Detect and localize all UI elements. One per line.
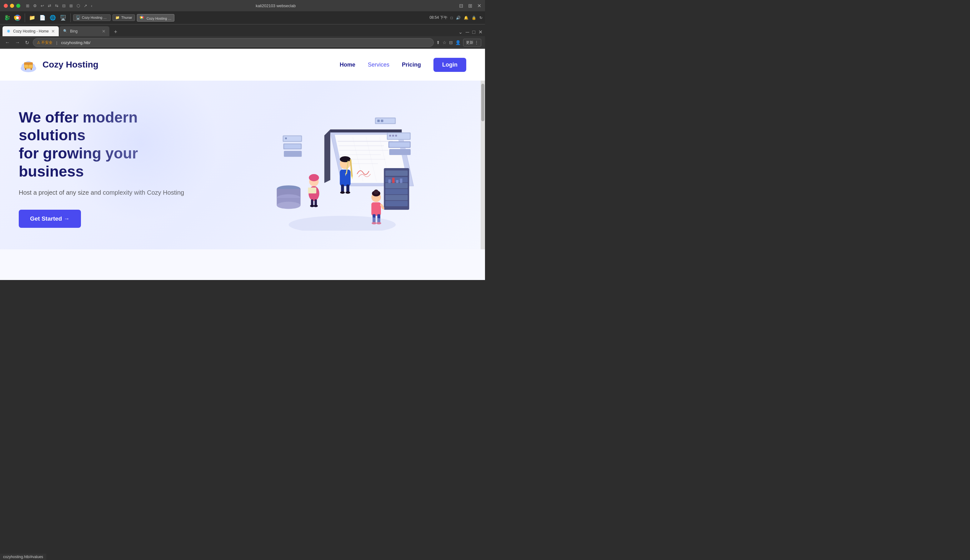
window-minimize-tab[interactable]: ─ xyxy=(466,29,469,35)
close-button[interactable] xyxy=(4,4,8,8)
window-restore-tab[interactable]: □ xyxy=(472,29,475,35)
taskbar-window-thunar[interactable]: 📁Thunar xyxy=(112,14,135,21)
svg-rect-58 xyxy=(396,180,398,183)
toolbar-icon-10[interactable]: ‹ xyxy=(91,3,92,8)
taskbar-update-icon[interactable]: ↻ xyxy=(479,16,482,20)
window-close-tab[interactable]: ✕ xyxy=(478,29,482,35)
svg-point-64 xyxy=(277,202,301,209)
forward-button[interactable]: → xyxy=(14,38,21,47)
reload-button[interactable]: ↻ xyxy=(24,38,30,47)
bookmark-icon[interactable]: ☆ xyxy=(442,40,447,45)
toolbar-icon-5[interactable]: ⇆ xyxy=(55,3,58,8)
svg-point-67 xyxy=(309,174,319,181)
tab-close-cozy[interactable]: ✕ xyxy=(51,29,55,34)
taskbar-notify-icon[interactable]: 🔔 xyxy=(464,16,468,20)
svg-rect-47 xyxy=(284,144,301,148)
brand-logo xyxy=(19,55,38,74)
nav-link-services[interactable]: Services xyxy=(368,62,389,68)
svg-point-80 xyxy=(340,191,345,194)
svg-rect-53 xyxy=(385,189,408,194)
maximize-button[interactable] xyxy=(16,4,20,8)
toolbar-icon-7[interactable]: ⊞ xyxy=(69,3,73,8)
tab-close-bing[interactable]: ✕ xyxy=(102,29,106,34)
url-separator: | xyxy=(56,40,57,45)
url-bar[interactable]: ⚠ 不安全 | cozyhosting.htb/ xyxy=(33,38,434,47)
toolbar-icon-2[interactable]: ⚙ xyxy=(33,3,37,8)
taskbar-app-network[interactable]: 🌐 xyxy=(48,13,58,22)
tab-cozy-hosting[interactable]: 🌐 Cozy Hosting - Home ✕ xyxy=(2,26,59,36)
svg-rect-38 xyxy=(392,135,394,137)
taskbar-window-browser[interactable]: Cozy Hosting - Home - ... xyxy=(137,14,174,22)
taskbar-apps: 🐉 xyxy=(2,13,22,22)
taskbar-app-dragon[interactable]: 🐉 xyxy=(2,13,12,22)
svg-rect-59 xyxy=(400,178,402,183)
taskbar-app-chrome[interactable] xyxy=(13,13,22,22)
taskbar-monitor-icon[interactable]: □ xyxy=(451,16,453,20)
tab-list-button[interactable]: ⌄ xyxy=(458,29,462,35)
svg-rect-34 xyxy=(381,120,383,122)
window-minimize-icon[interactable]: ⊟ xyxy=(459,3,463,9)
svg-rect-36 xyxy=(388,133,410,139)
window-maximize-icon[interactable]: ⊞ xyxy=(468,3,472,9)
hero-subtitle: Host a project of any size and complexit… xyxy=(19,188,206,197)
svg-point-2 xyxy=(16,17,19,19)
security-warning: ⚠ 不安全 xyxy=(37,40,52,45)
website-navbar: Cozy Hosting Home Services Pricing Login xyxy=(0,49,485,81)
svg-rect-41 xyxy=(389,142,410,147)
svg-rect-79 xyxy=(346,184,349,192)
toolbar-icon-3[interactable]: ↩ xyxy=(41,3,44,8)
hero-content: We offer modern solutions for growing yo… xyxy=(19,108,206,228)
toolbar-icon-9[interactable]: ↗ xyxy=(84,3,87,8)
menu-dots-icon[interactable]: ⋮ xyxy=(475,40,478,45)
url-text: cozyhosting.htb/ xyxy=(61,40,90,45)
tab-bing[interactable]: 🔍 Bing ✕ xyxy=(59,26,109,36)
taskbar-app-terminal[interactable]: 🖥️ xyxy=(58,13,68,22)
get-started-button[interactable]: Get Started → xyxy=(19,210,81,228)
svg-point-71 xyxy=(310,205,314,207)
tab-bar: 🌐 Cozy Hosting - Home ✕ 🔍 Bing ✕ + ⌄ ─ □… xyxy=(0,24,485,36)
svg-rect-70 xyxy=(314,199,317,205)
nav-link-home[interactable]: Home xyxy=(340,62,355,68)
window-close-icon[interactable]: ✕ xyxy=(477,3,481,9)
back-button[interactable]: ← xyxy=(4,38,11,47)
minimize-button[interactable] xyxy=(10,4,14,8)
brand: Cozy Hosting xyxy=(19,55,98,74)
login-button[interactable]: Login xyxy=(433,58,466,72)
share-icon[interactable]: ⬆ xyxy=(436,40,440,45)
scrollbar-thumb[interactable] xyxy=(481,84,484,121)
browser-window: 🌐 Cozy Hosting - Home ✕ 🔍 Bing ✕ + ⌄ ─ □… xyxy=(0,24,485,49)
svg-rect-37 xyxy=(389,135,391,137)
os-title-bar: ⊞ ⚙ ↩ ⇄ ⇆ ⊟ ⊞ ⬡ ↗ ‹ kali202103 webseclab… xyxy=(0,0,485,11)
tab-favicon-cozy: 🌐 xyxy=(6,29,11,33)
svg-rect-52 xyxy=(385,183,408,188)
scrollbar[interactable] xyxy=(481,81,485,249)
svg-rect-73 xyxy=(340,170,350,186)
toolbar-icon-8[interactable]: ⬡ xyxy=(77,3,80,8)
svg-rect-54 xyxy=(385,195,408,200)
taskbar-app-editor[interactable]: 📄 xyxy=(38,13,47,22)
taskbar-window-terminal[interactable]: 🖥️Cozy Hosting - Home xyxy=(73,14,111,21)
taskbar-lock-icon[interactable]: 🔒 xyxy=(472,16,476,20)
update-button[interactable]: 更新 ⋮ xyxy=(463,39,481,47)
nav-link-pricing[interactable]: Pricing xyxy=(402,62,421,68)
taskbar-right: 08:54 下午 □ 🔊 🔔 🔒 ↻ xyxy=(429,15,482,20)
toolbar-icon-1[interactable]: ⊞ xyxy=(26,3,29,8)
warning-icon: ⚠ xyxy=(37,40,40,45)
toolbar-icon-6[interactable]: ⊟ xyxy=(62,3,66,8)
taskbar-separator-2 xyxy=(70,13,71,22)
tab-title-bing: Bing xyxy=(70,29,99,33)
traffic-lights[interactable] xyxy=(4,4,20,8)
toolbar-icon-4[interactable]: ⇄ xyxy=(48,3,51,8)
taskbar-app-files[interactable]: 📁 xyxy=(28,13,37,22)
tab-add-button[interactable]: + xyxy=(111,28,120,36)
profile-icon[interactable]: 👤 xyxy=(455,40,461,45)
reader-mode-icon[interactable]: ⊟ xyxy=(449,40,453,45)
tab-favicon-bing: 🔍 xyxy=(63,29,68,33)
svg-rect-45 xyxy=(285,138,287,139)
taskbar-volume-icon[interactable]: 🔊 xyxy=(456,16,461,20)
hero-title: We offer modern solutions for growing yo… xyxy=(19,108,206,180)
svg-marker-30 xyxy=(324,129,330,183)
svg-rect-14 xyxy=(25,68,26,70)
svg-point-75 xyxy=(340,156,350,162)
svg-text:🌐: 🌐 xyxy=(7,30,10,32)
